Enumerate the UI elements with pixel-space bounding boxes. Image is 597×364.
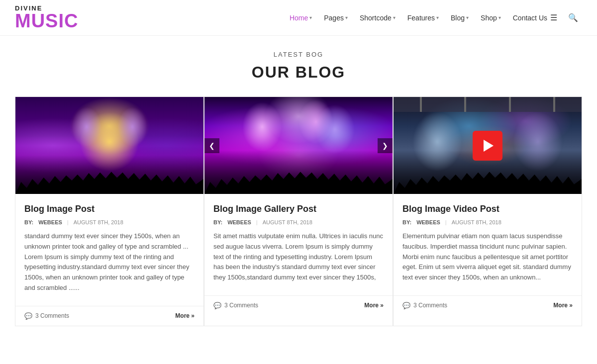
nav-shop[interactable]: Shop ▾: [476, 10, 506, 26]
blog-footer-2: 💬 3 Comments More »: [204, 295, 393, 315]
blog-title-1[interactable]: Blog Image Post: [24, 204, 195, 214]
blog-card-2: ❮ ❯ Blog Image Gallery Post BY: WEBEES |…: [204, 96, 393, 326]
chevron-down-icon: ▾: [345, 15, 348, 20]
blog-title-3[interactable]: Blog Image Video Post: [402, 204, 573, 214]
section-sub-title: LATEST BOG: [15, 51, 582, 58]
blog-image-3[interactable]: [394, 97, 582, 194]
chevron-down-icon: ▾: [498, 15, 501, 20]
blog-text-1: standard dummy text ever sincer they 150…: [24, 231, 195, 293]
blog-image-1[interactable]: [15, 97, 203, 194]
chevron-down-icon: ▾: [436, 15, 439, 20]
blog-meta-3: BY: WEBEES | AUGUST 8TH, 2018: [402, 219, 573, 225]
video-play-button[interactable]: [473, 131, 502, 161]
more-link-3[interactable]: More »: [553, 302, 573, 309]
logo[interactable]: DIVINE MUSIC: [15, 5, 78, 30]
blog-meta-2: BY: WEBEES | AUGUST 8TH, 2018: [213, 219, 384, 225]
play-triangle-icon: [484, 140, 494, 152]
blog-title-2[interactable]: Blog Image Gallery Post: [213, 204, 384, 214]
nav-blog[interactable]: Blog ▾: [446, 10, 474, 26]
comment-icon: 💬: [24, 312, 32, 320]
blog-card-1: Blog Image Post BY: WEBEES | AUGUST 8TH,…: [15, 96, 204, 326]
chevron-down-icon: ▾: [466, 15, 469, 20]
nav-shortcode[interactable]: Shortcode ▾: [355, 10, 400, 26]
more-link-1[interactable]: More »: [175, 312, 195, 319]
more-link-2[interactable]: More »: [364, 302, 384, 309]
blog-footer-3: 💬 3 Comments More »: [394, 295, 582, 315]
section-main-title: OUR BLOG: [15, 63, 582, 82]
search-icon: 🔍: [568, 13, 578, 22]
blog-image-2[interactable]: ❮ ❯: [204, 97, 393, 194]
nav-contact[interactable]: Contact Us ☰: [508, 9, 562, 26]
blog-section: LATEST BOG OUR BLOG Blog Image Post BY: …: [0, 36, 597, 351]
gallery-next-button[interactable]: ❯: [378, 138, 393, 153]
site-header: DIVINE MUSIC Home ▾ Pages ▾ Shortcode ▾ …: [0, 0, 597, 36]
comment-icon: 💬: [213, 302, 221, 309]
blog-footer-1: 💬 3 Comments More »: [15, 306, 203, 326]
menu-lines-icon: ☰: [550, 13, 557, 22]
comment-icon: 💬: [402, 302, 410, 309]
blog-grid: Blog Image Post BY: WEBEES | AUGUST 8TH,…: [15, 96, 582, 326]
chevron-down-icon: ▾: [309, 15, 312, 20]
nav-features[interactable]: Features ▾: [402, 10, 444, 26]
search-button[interactable]: 🔍: [564, 9, 582, 26]
blog-meta-1: BY: WEBEES | AUGUST 8TH, 2018: [24, 219, 195, 225]
blog-comments-3[interactable]: 💬 3 Comments: [402, 302, 447, 309]
chevron-down-icon: ▾: [393, 15, 396, 20]
blog-content-1: Blog Image Post BY: WEBEES | AUGUST 8TH,…: [15, 194, 203, 306]
main-nav: Home ▾ Pages ▾ Shortcode ▾ Features ▾ Bl…: [285, 9, 582, 26]
nav-home[interactable]: Home ▾: [285, 10, 317, 26]
blog-text-3: Elementum pulvinar etiam non quam lacus …: [402, 231, 573, 283]
blog-comments-2[interactable]: 💬 3 Comments: [213, 302, 258, 309]
gallery-prev-button[interactable]: ❮: [204, 138, 219, 153]
blog-card-3: Blog Image Video Post BY: WEBEES | AUGUS…: [393, 96, 582, 326]
blog-comments-1[interactable]: 💬 3 Comments: [24, 312, 69, 320]
logo-music: MUSIC: [15, 11, 78, 30]
nav-pages[interactable]: Pages ▾: [319, 10, 353, 26]
blog-content-3: Blog Image Video Post BY: WEBEES | AUGUS…: [394, 194, 582, 295]
blog-text-2: Sit amet mattis vulputate enim nulla. Ul…: [213, 231, 384, 283]
blog-content-2: Blog Image Gallery Post BY: WEBEES | AUG…: [204, 194, 393, 295]
